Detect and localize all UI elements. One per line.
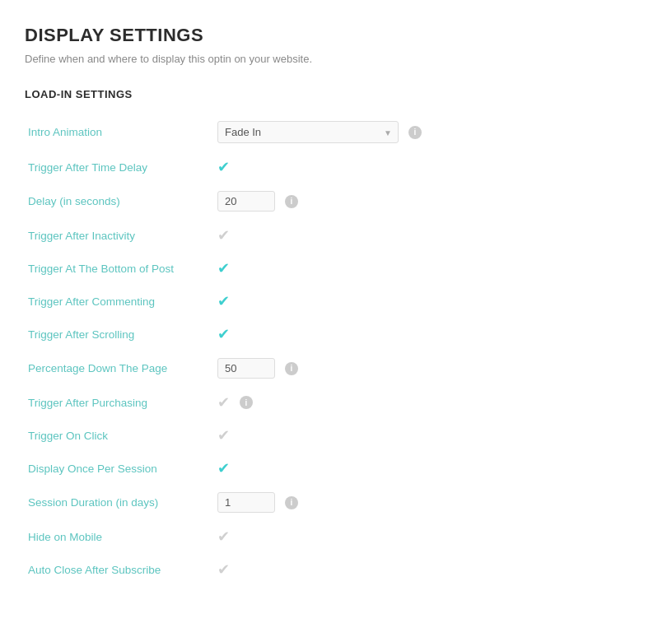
setting-control: i [214,184,647,219]
table-row: Percentage Down The Pagei [25,351,647,386]
table-row: Trigger After Commenting✔ [25,285,647,318]
setting-label: Percentage Down The Page [25,351,214,386]
checkbox-icon[interactable]: ✔ [217,325,230,343]
select-wrapper: Fade InSlide InNone [217,121,399,143]
table-row: Hide on Mobile✔ [25,520,647,553]
setting-control: ✔ [214,318,647,351]
setting-control: ✔ [214,252,647,285]
table-row: Trigger After Scrolling✔ [25,318,647,351]
setting-label: Intro Animation [25,114,214,151]
setting-control: i [214,351,647,386]
setting-control: ✔ [214,285,647,318]
settings-table: Intro AnimationFade InSlide InNoneiTrigg… [25,114,647,586]
table-row: Trigger On Click✔ [25,419,647,452]
checkbox-icon[interactable]: ✔ [217,560,230,579]
number-input[interactable] [217,492,275,513]
section-title: LOAD-IN SETTINGS [25,88,647,100]
setting-label: Trigger After Purchasing [25,386,214,419]
setting-control: Fade InSlide InNonei [214,114,647,151]
setting-control: i [214,485,647,520]
setting-label: Trigger On Click [25,419,214,452]
setting-label: Hide on Mobile [25,520,214,553]
setting-label: Session Duration (in days) [25,485,214,520]
table-row: Display Once Per Session✔ [25,452,647,485]
intro-animation-select[interactable]: Fade InSlide InNone [217,121,399,143]
table-row: Delay (in seconds)i [25,184,647,219]
setting-control: ✔ [214,520,647,553]
info-icon[interactable]: i [408,126,422,139]
setting-label: Trigger After Commenting [25,285,214,318]
setting-label: Display Once Per Session [25,452,214,485]
checkbox-icon[interactable]: ✔ [217,528,230,546]
checkbox-icon[interactable]: ✔ [217,426,230,444]
setting-label: Delay (in seconds) [25,184,214,219]
setting-label: Trigger After Inactivity [25,219,214,252]
table-row: Intro AnimationFade InSlide InNonei [25,114,647,151]
checkbox-icon[interactable]: ✔ [217,226,230,244]
setting-label: Trigger After Scrolling [25,318,214,351]
setting-label: Trigger After Time Delay [25,151,214,184]
setting-control: ✔ [214,553,647,586]
table-row: Session Duration (in days)i [25,485,647,520]
setting-control: ✔ [214,219,647,252]
setting-control: ✔i [214,386,647,419]
setting-label: Auto Close After Subscribe [25,553,214,586]
checkbox-icon[interactable]: ✔ [217,459,230,477]
setting-control: ✔ [214,151,647,184]
info-icon[interactable]: i [285,195,298,208]
number-input[interactable] [217,358,275,379]
table-row: Auto Close After Subscribe✔ [25,553,647,586]
setting-control: ✔ [214,419,647,452]
checkbox-icon[interactable]: ✔ [217,292,230,310]
page-title: DISPLAY SETTINGS [25,25,647,46]
checkbox-icon[interactable]: ✔ [217,158,230,176]
number-input[interactable] [217,191,275,212]
table-row: Trigger At The Bottom of Post✔ [25,252,647,285]
setting-control: ✔ [214,452,647,485]
table-row: Trigger After Time Delay✔ [25,151,647,184]
table-row: Trigger After Inactivity✔ [25,219,647,252]
page-subtitle: Define when and where to display this op… [25,53,647,65]
table-row: Trigger After Purchasing✔i [25,386,647,419]
info-icon[interactable]: i [285,496,298,509]
checkbox-icon[interactable]: ✔ [217,259,230,277]
checkbox-icon[interactable]: ✔ [217,393,230,411]
info-icon[interactable]: i [240,396,253,409]
info-icon[interactable]: i [285,362,298,375]
setting-label: Trigger At The Bottom of Post [25,252,214,285]
